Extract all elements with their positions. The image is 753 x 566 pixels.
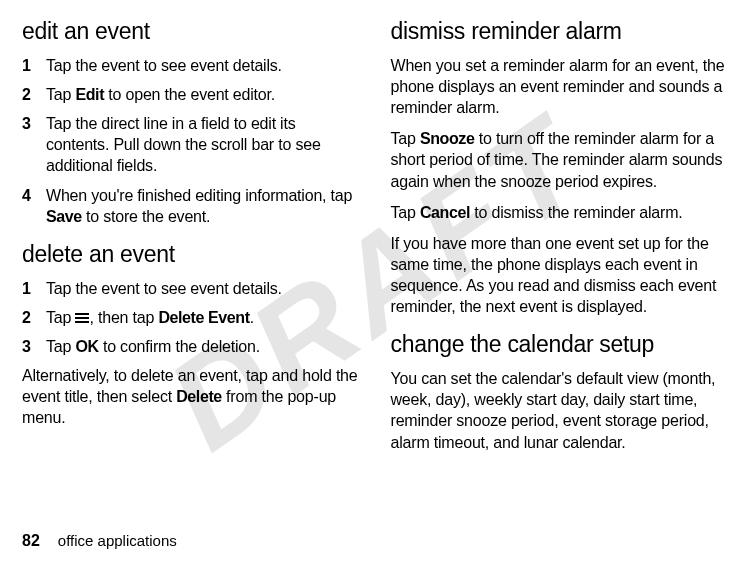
list-item: 3 Tap OK to confirm the deletion.: [22, 336, 363, 357]
body-text: You can set the calendar's default view …: [391, 368, 732, 452]
list-item: 4 When you're finished editing informati…: [22, 185, 363, 227]
heading-edit-event: edit an event: [22, 18, 363, 45]
step-text: Tap OK to confirm the deletion.: [46, 336, 363, 357]
list-item: 2 Tap Edit to open the event editor.: [22, 84, 363, 105]
step-number: 2: [22, 307, 36, 328]
step-number: 3: [22, 336, 36, 357]
edit-event-steps: 1 Tap the event to see event details. 2 …: [22, 55, 363, 227]
left-column: edit an event 1 Tap the event to see eve…: [22, 18, 363, 463]
page-number: 82: [22, 532, 40, 550]
step-text: Tap the event to see event details.: [46, 278, 363, 299]
list-item: 1 Tap the event to see event details.: [22, 55, 363, 76]
step-text: Tap the direct line in a field to edit i…: [46, 113, 363, 176]
body-text: If you have more than one event set up f…: [391, 233, 732, 317]
right-column: dismiss reminder alarm When you set a re…: [391, 18, 732, 463]
list-item: 3 Tap the direct line in a field to edit…: [22, 113, 363, 176]
step-number: 2: [22, 84, 36, 105]
menu-icon: [75, 313, 89, 324]
step-number: 1: [22, 55, 36, 76]
footer-chapter-title: office applications: [58, 532, 177, 549]
page-footer: 82 office applications: [22, 532, 177, 550]
list-item: 2 Tap , then tap Delete Event.: [22, 307, 363, 328]
step-number: 1: [22, 278, 36, 299]
delete-event-steps: 1 Tap the event to see event details. 2 …: [22, 278, 363, 357]
body-text: When you set a reminder alarm for an eve…: [391, 55, 732, 118]
list-item: 1 Tap the event to see event details.: [22, 278, 363, 299]
step-text: Tap Edit to open the event editor.: [46, 84, 363, 105]
step-number: 4: [22, 185, 36, 227]
heading-change-calendar: change the calendar setup: [391, 331, 732, 358]
body-text: Tap Cancel to dismiss the reminder alarm…: [391, 202, 732, 223]
step-number: 3: [22, 113, 36, 176]
step-text: Tap , then tap Delete Event.: [46, 307, 363, 328]
step-text: Tap the event to see event details.: [46, 55, 363, 76]
heading-dismiss-reminder: dismiss reminder alarm: [391, 18, 732, 45]
delete-alternative-para: Alternatively, to delete an event, tap a…: [22, 365, 363, 428]
content-columns: edit an event 1 Tap the event to see eve…: [22, 18, 731, 463]
body-text: Tap Snooze to turn off the reminder alar…: [391, 128, 732, 191]
heading-delete-event: delete an event: [22, 241, 363, 268]
step-text: When you're finished editing information…: [46, 185, 363, 227]
